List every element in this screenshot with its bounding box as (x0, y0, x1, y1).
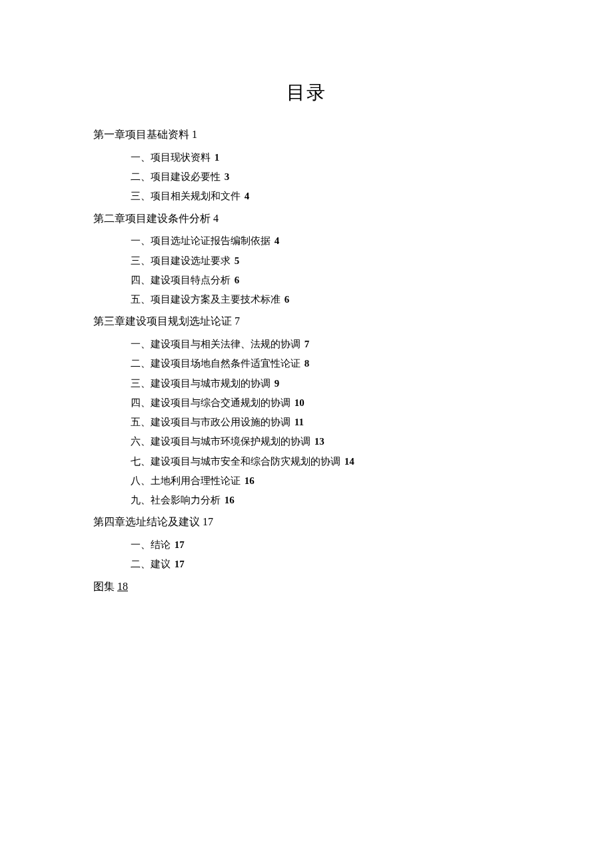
toc-item-label: 四、建设项目与综合交通规划的协调 (131, 397, 291, 408)
appendix-heading: 图集 (93, 581, 115, 592)
toc-item: 四、建设项目特点分析 6 (131, 271, 520, 289)
chapter-4-heading: 第四章选址结论及建议 (93, 516, 200, 527)
toc-item-label: 二、建设项目场地自然条件适宜性论证 (131, 358, 301, 369)
toc-item-page: 17 (175, 539, 185, 550)
toc-item: 六、建设项目与城市环境保护规划的协调 13 (131, 433, 520, 450)
toc-item-page: 14 (344, 456, 354, 467)
toc-item-page: 10 (295, 397, 305, 408)
chapter-2-page: 4 (213, 213, 219, 224)
toc-item-page: 7 (305, 339, 310, 349)
chapter-1-page: 1 (192, 129, 197, 140)
toc-item: 一、项目现状资料 1 (131, 149, 520, 166)
toc-item-label: 六、建设项目与城市环境保护规划的协调 (131, 436, 310, 447)
toc-appendix: 图集 18 (93, 577, 520, 597)
toc-item: 二、建议 17 (131, 555, 520, 573)
toc-item-label: 五、项目建设方案及主要技术标准 (131, 294, 281, 305)
toc-item-label: 四、建设项目特点分析 (131, 275, 231, 285)
chapter-3-page: 7 (235, 315, 240, 327)
toc-item-label: 七、建设项目与城市安全和综合防灾规划的协调 (131, 456, 340, 467)
toc-item-label: 一、建设项目与相关法律、法规的协调 (131, 339, 301, 349)
chapter-3-heading: 第三章建设项目规划选址论证 (93, 315, 232, 327)
chapter-2-heading: 第二章项目建设条件分析 (93, 213, 211, 224)
toc-item: 九、社会影响力分析 16 (131, 491, 520, 509)
toc-item-label: 九、社会影响力分析 (131, 495, 221, 505)
toc-chapter-2: 第二章项目建设条件分析 4 (93, 209, 520, 229)
toc-item-page: 9 (275, 378, 280, 389)
toc-item: 一、结论 17 (131, 536, 520, 553)
toc-item-page: 16 (245, 475, 255, 486)
toc-item-page: 3 (225, 171, 230, 182)
toc-item-page: 13 (314, 436, 324, 447)
toc-item-page: 6 (235, 275, 240, 285)
toc-item-page: 4 (245, 191, 250, 201)
toc-item-label: 一、结论 (131, 539, 171, 550)
toc-item-label: 五、建设项目与市政公用设施的协调 (131, 417, 291, 427)
toc-item-page: 1 (215, 152, 220, 163)
page-title: 目录 (93, 80, 520, 105)
toc-item-label: 三、项目建设选址要求 (131, 255, 231, 266)
toc-item: 一、建设项目与相关法律、法规的协调 7 (131, 335, 520, 353)
toc-item-page: 6 (285, 294, 290, 305)
toc-item-label: 二、项目建设必要性 (131, 171, 221, 182)
toc-item: 三、建设项目与城市规划的协调 9 (131, 375, 520, 392)
toc-item: 四、建设项目与综合交通规划的协调 10 (131, 394, 520, 411)
toc-item: 一、项目选址论证报告编制依据 4 (131, 232, 520, 249)
toc-item: 五、项目建设方案及主要技术标准 6 (131, 291, 520, 308)
toc-item-label: 三、项目相关规划和文件 (131, 191, 241, 201)
toc-item: 八、土地利用合理性论证 16 (131, 472, 520, 489)
toc-item: 二、项目建设必要性 3 (131, 168, 520, 185)
chapter-1-heading: 第一章项目基础资料 (93, 129, 189, 140)
toc-chapter-3: 第三章建设项目规划选址论证 7 (93, 312, 520, 331)
toc-item-page: 16 (225, 495, 235, 505)
toc-chapter-1: 第一章项目基础资料 1 (93, 125, 520, 145)
toc-item-label: 八、土地利用合理性论证 (131, 475, 241, 486)
toc-item: 三、项目相关规划和文件 4 (131, 187, 520, 205)
toc-item-label: 二、建议 (131, 559, 171, 569)
toc-item-page: 11 (295, 417, 304, 427)
toc-item-label: 一、项目选址论证报告编制依据 (131, 235, 271, 246)
toc-item-page: 17 (175, 559, 185, 569)
appendix-page: 18 (117, 581, 128, 592)
toc-item: 五、建设项目与市政公用设施的协调 11 (131, 413, 520, 431)
toc-chapter-4: 第四章选址结论及建议 17 (93, 513, 520, 532)
toc-item-page: 4 (275, 235, 280, 246)
toc-item: 二、建设项目场地自然条件适宜性论证 8 (131, 355, 520, 372)
chapter-4-page: 17 (203, 516, 213, 527)
toc-item-label: 三、建设项目与城市规划的协调 (131, 378, 271, 389)
toc-item-label: 一、项目现状资料 (131, 152, 211, 163)
toc-item: 七、建设项目与城市安全和综合防灾规划的协调 14 (131, 453, 520, 470)
toc-item-page: 5 (235, 255, 240, 266)
toc-item-page: 8 (305, 358, 310, 369)
toc-item: 三、项目建设选址要求 5 (131, 252, 520, 269)
